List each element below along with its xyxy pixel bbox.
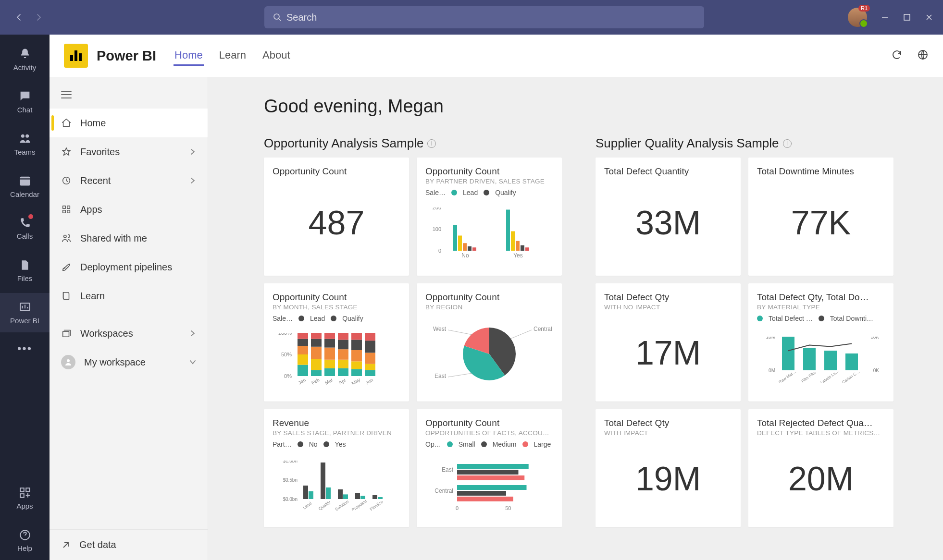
tile[interactable]: RevenueBY SALES STAGE, PARTNER DRIVENPar… [264,409,409,527]
svg-rect-47 [311,333,322,339]
rail-label: Chat [17,106,33,114]
svg-text:100: 100 [433,226,441,232]
tab-home[interactable]: Home [174,46,204,66]
maximize-button[interactable] [903,13,911,22]
nav-collapse-button[interactable] [50,83,208,109]
home-icon [61,118,72,128]
back-button[interactable] [14,12,24,22]
nav-home[interactable]: Home [50,109,208,137]
svg-rect-111 [782,337,794,370]
tile-subtitle: BY MONTH, SALES STAGE [273,304,400,311]
svg-rect-12 [63,206,66,209]
nav-workspaces[interactable]: Workspaces [50,319,208,348]
close-button[interactable] [925,13,933,22]
tile[interactable]: Opportunity CountBY PARTNER DRIVEN, SALE… [417,158,562,276]
dashboard-title[interactable]: Supplier Quality Analysis Samplei [596,136,893,151]
tile[interactable]: Opportunity CountBY MONTH, SALES STAGESa… [264,283,409,402]
forward-button[interactable] [34,12,43,22]
rail-activity[interactable]: Activity [0,39,50,79]
svg-rect-94 [372,495,377,499]
svg-rect-65 [351,333,362,340]
svg-rect-56 [338,359,348,368]
rail-label: Teams [14,148,35,156]
svg-rect-102 [457,485,527,490]
svg-point-0 [274,14,279,19]
tab-learn[interactable]: Learn [218,46,247,66]
rail-calls[interactable]: Calls [0,208,50,248]
rail-calendar[interactable]: Calendar [0,166,50,206]
svg-rect-63 [351,350,362,361]
web-button[interactable] [917,49,929,62]
tile-title: Total Defect Quantity [604,166,732,177]
stacked-bar-chart: 0%50%100%JanFebMarAprMayJun [273,324,400,395]
svg-text:200: 200 [433,207,441,210]
svg-rect-104 [457,497,513,501]
refresh-icon [891,49,903,61]
info-icon[interactable]: i [427,139,436,148]
svg-rect-64 [351,340,362,350]
tile[interactable]: Total Rejected Defect Qua…DEFECT TYPE TA… [748,409,893,527]
nav-label: Deployment pipelines [80,262,172,273]
get-data-button[interactable]: Get data [50,529,208,560]
svg-rect-100 [457,475,524,480]
minimize-button[interactable] [881,13,889,22]
svg-rect-86 [326,487,331,499]
rail-teams[interactable]: Teams [0,124,50,163]
svg-rect-30 [516,241,520,250]
tile[interactable]: Opportunity Count487 [264,158,409,276]
dashboard-title[interactable]: Opportunity Analysis Samplei [264,136,562,151]
svg-rect-113 [803,348,816,370]
rail-label: Activity [13,63,37,72]
tile-title: Opportunity Count [425,166,553,177]
svg-rect-117 [845,353,858,370]
tile-title: Total Defect Qty [604,418,732,428]
search-placeholder: Search [286,12,317,23]
nav-favorites[interactable]: Favorites [50,137,208,166]
rail-more[interactable]: ••• [17,342,32,355]
svg-rect-53 [324,333,335,339]
nav-shared-with-me[interactable]: Shared with me [50,224,208,253]
tile[interactable]: Total Downtime Minutes77K [748,158,893,276]
tile[interactable]: Opportunity CountBY REGION West Central … [417,283,562,402]
tile[interactable]: Opportunity CountOPPORTUNITIES OF FACTS,… [417,409,562,527]
svg-rect-51 [324,347,335,359]
svg-text:10K: 10K [870,337,879,340]
tile[interactable]: Total Defect QtyWITH IMPACT19M [596,409,741,527]
avatar-badge: R1 [858,5,870,12]
rocket-icon [61,262,72,272]
info-icon[interactable]: i [783,139,792,148]
chevron-right-icon [189,330,196,337]
rail-powerbi[interactable]: Power BI [0,293,50,332]
nav-apps[interactable]: Apps [50,195,208,224]
search-input[interactable]: Search [264,6,704,28]
get-data-label: Get data [79,539,116,550]
powerbi-logo [64,44,88,68]
svg-rect-45 [311,346,322,358]
nav-learn[interactable]: Learn [50,281,208,310]
svg-text:East: East [434,373,447,379]
tab-about[interactable]: About [261,46,291,66]
tile[interactable]: Total Defect QtyWITH NO IMPACT17M [596,283,741,402]
svg-text:Apr: Apr [338,377,347,385]
refresh-button[interactable] [891,49,903,62]
rail-chat[interactable]: Chat [0,82,50,121]
nav-label: Shared with me [80,233,147,244]
nav-my-workspace[interactable]: My workspace [50,348,208,377]
tile-subtitle: WITH NO IMPACT [604,304,732,311]
teams-rail: Activity Chat Teams Calendar Calls Files… [0,35,50,560]
tile-subtitle: WITH IMPACT [604,429,732,437]
pie-chart: West Central East [425,313,553,395]
user-avatar[interactable]: R1 [848,8,867,27]
bar-chart: $0.0bn$0.5bn$1.0bnLeadQualifySolutionPro… [273,450,400,521]
help-icon [19,529,31,541]
tile[interactable]: Total Defect Qty, Total Do…BY MATERIAL T… [748,283,893,402]
tile[interactable]: Total Defect Quantity33M [596,158,741,276]
nav-deployment-pipelines[interactable]: Deployment pipelines [50,253,208,281]
rail-files[interactable]: Files [0,251,50,290]
svg-text:West: West [433,326,447,332]
svg-point-2 [21,134,24,137]
rail-apps[interactable]: Apps [0,478,50,518]
svg-rect-31 [521,245,524,250]
rail-help[interactable]: Help [0,521,50,560]
nav-recent[interactable]: Recent [50,166,208,195]
